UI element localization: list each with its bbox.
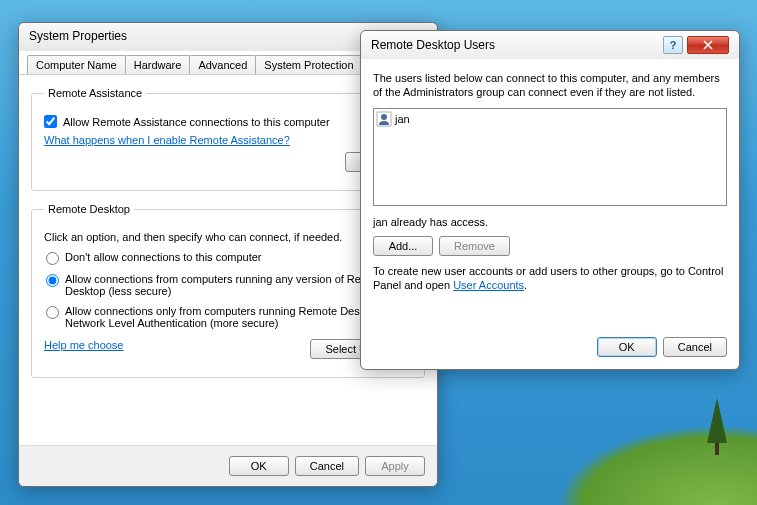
rd-option-any-version-label: Allow connections from computers running…: [65, 273, 410, 297]
sysprop-apply-button[interactable]: Apply: [365, 456, 425, 476]
tab-system-protection[interactable]: System Protection: [255, 55, 362, 74]
help-icon[interactable]: ?: [663, 36, 683, 54]
rdu-status: jan already has access.: [373, 216, 727, 228]
sysprop-cancel-button[interactable]: Cancel: [295, 456, 359, 476]
close-button[interactable]: [687, 36, 729, 54]
user-list-item[interactable]: jan: [376, 111, 724, 127]
help-me-choose-link[interactable]: Help me choose: [44, 339, 124, 351]
remote-assistance-help-link[interactable]: What happens when I enable Remote Assist…: [44, 134, 290, 146]
rd-option-any-version[interactable]: [46, 274, 59, 287]
rdu-title: Remote Desktop Users: [371, 38, 495, 52]
rdu-ok-button[interactable]: OK: [597, 337, 657, 357]
rdu-cancel-button[interactable]: Cancel: [663, 337, 727, 357]
remote-desktop-legend: Remote Desktop: [44, 203, 134, 215]
rd-option-dont-allow[interactable]: [46, 252, 59, 265]
remote-desktop-intro: Click an option, and then specify who ca…: [44, 231, 412, 243]
rd-option-nla[interactable]: [46, 306, 59, 319]
close-icon: [703, 40, 713, 50]
user-accounts-link[interactable]: User Accounts: [453, 279, 524, 291]
user-listbox[interactable]: jan: [373, 108, 727, 206]
tab-advanced[interactable]: Advanced: [189, 55, 256, 74]
user-name: jan: [395, 113, 410, 125]
user-icon: [376, 111, 392, 127]
remove-button[interactable]: Remove: [439, 236, 510, 256]
remote-assistance-legend: Remote Assistance: [44, 87, 146, 99]
tab-computer-name[interactable]: Computer Name: [27, 55, 126, 74]
create-accounts-text: To create new user accounts or add users…: [373, 264, 727, 293]
rdu-description: The users listed below can connect to th…: [373, 71, 727, 100]
add-button[interactable]: Add...: [373, 236, 433, 256]
svg-point-1: [381, 114, 387, 120]
remote-desktop-users-dialog: Remote Desktop Users ? The users listed …: [360, 30, 740, 370]
rd-option-nla-label: Allow connections only from computers ru…: [65, 305, 410, 329]
rdu-titlebar[interactable]: Remote Desktop Users ?: [361, 31, 739, 59]
rd-option-dont-allow-label: Don't allow connections to this computer: [65, 251, 410, 263]
tab-hardware[interactable]: Hardware: [125, 55, 191, 74]
allow-remote-assistance-checkbox[interactable]: [44, 115, 57, 128]
sysprop-ok-button[interactable]: OK: [229, 456, 289, 476]
sysprop-button-bar: OK Cancel Apply: [19, 445, 437, 486]
sysprop-title: System Properties: [29, 29, 127, 43]
allow-remote-assistance-label: Allow Remote Assistance connections to t…: [63, 116, 330, 128]
